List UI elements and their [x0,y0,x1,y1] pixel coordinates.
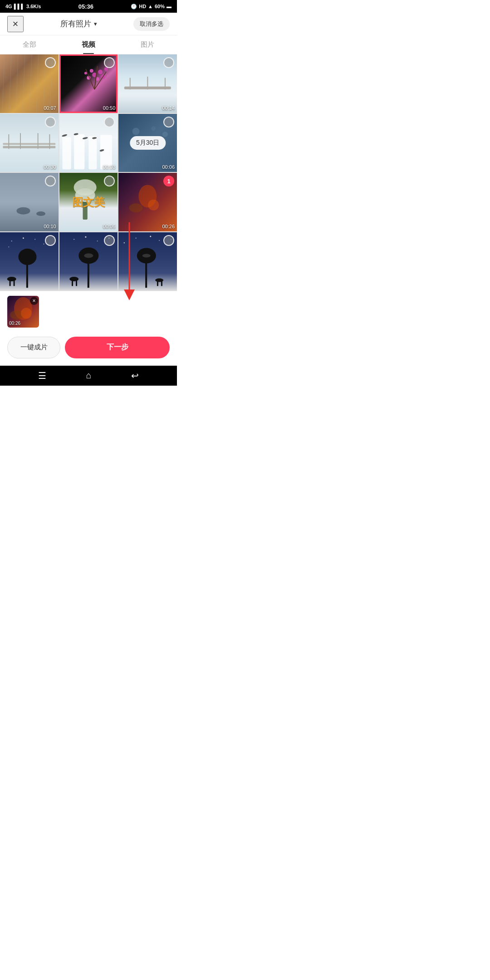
select-circle-7[interactable] [45,176,56,186]
grid-item-3[interactable]: 00:14 [118,54,177,113]
svg-point-71 [150,236,152,237]
svg-point-54 [43,244,44,245]
grid-item-12[interactable] [118,232,177,291]
svg-rect-79 [157,279,158,286]
svg-point-72 [159,240,160,241]
svg-line-4 [29,54,32,113]
svg-point-61 [85,236,86,238]
menu-icon[interactable]: ☰ [38,370,46,381]
status-right: 🕐 HD ▲ 60% ▬ [131,4,172,10]
network-speed: 3.6K/s [26,4,41,9]
svg-point-40 [162,132,168,137]
svg-rect-59 [14,279,15,286]
select-circle-3[interactable] [163,57,174,68]
svg-point-10 [98,70,103,74]
svg-rect-69 [76,279,77,286]
svg-point-66 [84,253,93,258]
grid-item-6[interactable]: 5月30日 00:06 [118,114,177,172]
grid-item-10[interactable] [0,232,59,291]
battery-text: 60% [155,4,165,9]
action-row: 一键成片 下一步 [0,332,177,366]
svg-line-1 [9,54,11,113]
svg-point-33 [62,134,68,137]
svg-rect-23 [3,146,55,148]
grid-item-2[interactable]: 00:50 [59,54,118,113]
svg-rect-80 [161,279,162,286]
duration-9: 00:26 [162,224,175,229]
tab-all-label: 全部 [23,40,36,49]
duration-8: 00:06 [103,224,116,229]
home-icon[interactable]: ⌂ [86,370,91,381]
media-grid: 00:07 00:50 [0,54,177,291]
cancel-multi-button[interactable]: 取消多选 [133,17,170,31]
svg-line-17 [86,69,94,89]
duration-7: 00:10 [44,224,56,229]
remove-selected-button[interactable]: × [30,297,38,305]
svg-point-50 [23,237,24,239]
status-time: 05:36 [78,3,93,10]
select-circle-1[interactable] [45,57,56,68]
svg-point-39 [152,126,156,131]
tab-photo[interactable]: 图片 [118,35,177,54]
wifi-icon: ▲ [148,4,153,9]
duration-6: 00:06 [162,164,175,170]
tab-bar: 全部 视频 图片 [0,35,177,54]
svg-point-70 [136,238,137,239]
svg-rect-31 [88,136,97,169]
tab-video[interactable]: 视频 [59,35,118,54]
date-badge-may30: 5月30日 [130,136,166,150]
svg-point-73 [124,242,125,243]
tab-photo-label: 图片 [141,40,154,49]
duration-2: 00:50 [103,105,116,111]
svg-rect-68 [72,279,73,286]
grid-item-5[interactable]: 00:03 [59,114,118,172]
svg-rect-29 [62,137,71,169]
select-circle-10[interactable] [45,235,56,246]
status-bar: 4G ▌▌▌ 3.6K/s 05:36 🕐 HD ▲ 60% ▬ [0,0,177,13]
svg-line-0 [2,54,5,113]
one-click-label: 一键成片 [20,343,48,352]
svg-point-62 [97,240,98,241]
next-label: 下一步 [107,343,128,352]
select-circle-4[interactable] [45,117,56,127]
svg-point-51 [34,239,35,240]
close-button[interactable]: × [7,16,24,32]
grid-item-9[interactable]: 1 00:26 [118,173,177,231]
status-left: 4G ▌▌▌ 3.6K/s [5,4,41,9]
album-title: 所有照片 [60,19,91,29]
select-circle-6[interactable] [163,117,174,127]
top-nav: × 所有照片 ▾ 取消多选 [0,13,177,35]
select-circle-12[interactable] [163,235,174,246]
grid-item-8[interactable]: 图文美 00:06 [59,173,118,231]
bottom-preview-section: × 00:26 [0,291,177,332]
watermark-text: 图文美 [72,195,105,210]
grid-item-11[interactable] [59,232,118,291]
svg-line-3 [23,54,25,113]
grid-item-4[interactable]: 00:30 [0,114,59,172]
grid-item-7[interactable]: 00:10 [0,173,59,231]
title-area[interactable]: 所有照片 ▾ [60,19,97,29]
network-signal: 4G [5,4,12,9]
svg-point-15 [84,72,87,74]
tab-all[interactable]: 全部 [0,35,59,54]
alarm-icon: 🕐 [131,4,137,10]
svg-point-60 [74,239,74,240]
svg-point-38 [132,127,140,135]
svg-point-41 [16,207,30,215]
duration-1: 00:07 [44,105,56,111]
svg-point-85 [21,308,32,318]
svg-point-57 [7,277,16,281]
svg-line-5 [36,54,39,113]
hd-badge: HD [139,4,146,9]
grid-item-1[interactable]: 00:07 [0,54,59,113]
signal-bars: ▌▌▌ [14,4,24,9]
next-button[interactable]: 下一步 [65,337,170,358]
svg-point-77 [142,254,151,257]
duration-3: 00:14 [162,105,175,111]
select-circle-5[interactable] [104,117,115,127]
bottom-nav: ☰ ⌂ ↩ [0,366,177,386]
svg-rect-58 [10,279,11,286]
back-icon[interactable]: ↩ [131,370,139,381]
one-click-button[interactable]: 一键成片 [7,337,60,358]
tab-video-label: 视频 [82,40,95,49]
